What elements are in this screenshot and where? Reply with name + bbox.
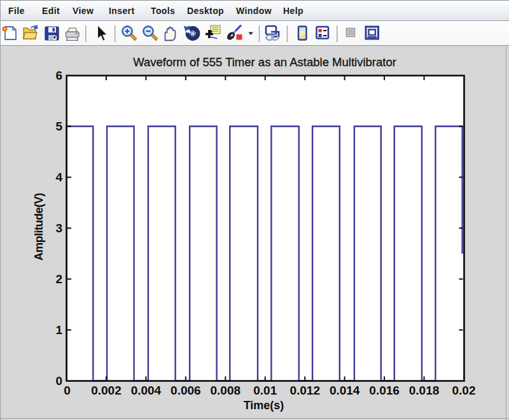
svg-text:0.008: 0.008	[211, 384, 241, 397]
svg-text:2: 2	[55, 272, 62, 286]
svg-text:6: 6	[55, 69, 62, 82]
svg-text:0.006: 0.006	[171, 384, 201, 397]
svg-text:0: 0	[55, 374, 62, 388]
svg-text:0: 0	[64, 384, 71, 397]
svg-text:0.012: 0.012	[289, 384, 320, 397]
svg-text:0.018: 0.018	[409, 384, 440, 397]
svg-text:Time(s): Time(s)	[244, 399, 284, 412]
svg-text:0.01: 0.01	[253, 384, 277, 397]
svg-text:0.016: 0.016	[369, 384, 400, 397]
svg-text:0.014: 0.014	[330, 384, 360, 397]
svg-text:0.002: 0.002	[91, 384, 122, 397]
svg-text:Waveform of 555 Timer as an As: Waveform of 555 Timer as an Astable Mult…	[133, 55, 396, 69]
svg-text:5: 5	[55, 120, 62, 133]
svg-text:1: 1	[55, 323, 62, 337]
svg-text:Amplitude(V): Amplitude(V)	[32, 193, 45, 260]
svg-text:4: 4	[55, 171, 62, 184]
svg-text:0.004: 0.004	[131, 384, 162, 397]
svg-text:0.02: 0.02	[452, 384, 476, 397]
svg-text:3: 3	[55, 221, 62, 235]
